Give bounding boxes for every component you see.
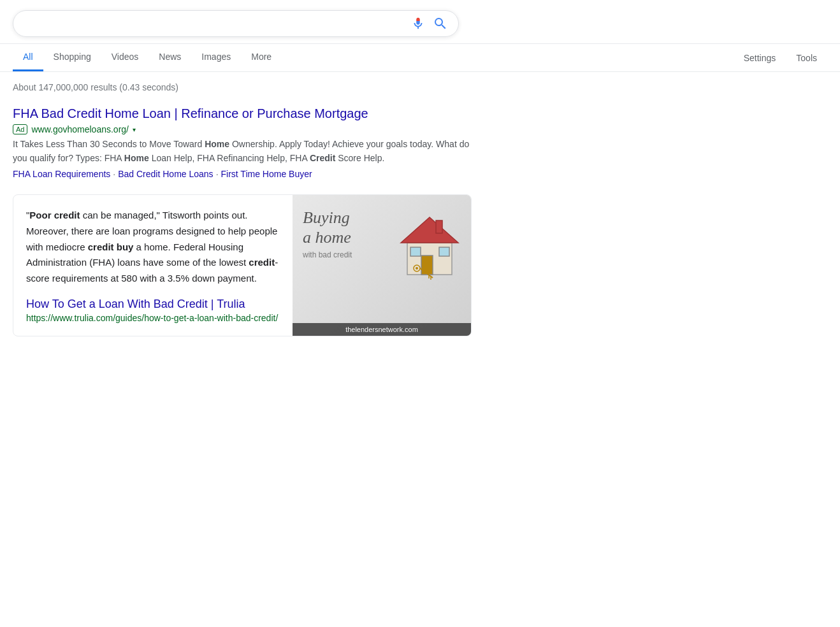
sitelink-sep-1: ·: [113, 169, 115, 179]
search-icons: [411, 16, 448, 31]
svg-point-7: [416, 267, 418, 270]
settings-link[interactable]: Settings: [734, 45, 786, 71]
snippet-text: "Poor credit can be managed," Titsworth …: [26, 208, 280, 287]
ad-url-row: Ad www.govhomeloans.org/ ▾: [13, 124, 472, 134]
snippet-result-url: https://www.trulia.com/guides/how-to-get…: [26, 313, 278, 323]
ad-description: It Takes Less Than 30 Seconds to Move To…: [13, 137, 472, 165]
nav-tabs: All Shopping Videos News Images More Set…: [0, 44, 840, 72]
microphone-icon[interactable]: [411, 17, 425, 31]
tab-news[interactable]: News: [148, 44, 191, 71]
ad-dropdown-icon[interactable]: ▾: [133, 126, 136, 133]
sitelink-sep-2: ·: [216, 169, 219, 179]
svg-marker-1: [401, 217, 458, 243]
sitelink-fha-loan[interactable]: FHA Loan Requirements: [13, 169, 110, 179]
ad-sitelinks: FHA Loan Requirements · Bad Credit Home …: [13, 169, 472, 179]
buying-title: Buying a home: [303, 208, 351, 247]
ad-badge: Ad: [13, 124, 27, 134]
svg-rect-2: [421, 256, 433, 275]
tab-videos[interactable]: Videos: [101, 44, 149, 71]
ad-result: FHA Bad Credit Home Loan | Refinance or …: [13, 105, 472, 179]
snippet-image: Buying a home with bad credit: [293, 195, 471, 336]
svg-rect-3: [410, 247, 421, 256]
buying-subtitle: with bad credit: [303, 250, 352, 259]
results-container: About 147,000,000 results (0.43 seconds)…: [0, 72, 484, 364]
tools-link[interactable]: Tools: [786, 45, 827, 71]
ad-title[interactable]: FHA Bad Credit Home Loan | Refinance or …: [13, 105, 472, 122]
search-bar: buying a house with bad credit: [13, 10, 459, 37]
image-source-bar: thelendersnetwork.com: [293, 323, 471, 336]
sitelink-first-time[interactable]: First Time Home Buyer: [221, 169, 312, 179]
image-placeholder: Buying a home with bad credit: [293, 195, 471, 336]
info-card-content: "Poor credit can be managed," Titsworth …: [13, 195, 293, 336]
info-card: "Poor credit can be managed," Titsworth …: [13, 194, 472, 336]
ad-url: www.govhomeloans.org/: [31, 124, 129, 134]
sitelink-bad-credit[interactable]: Bad Credit Home Loans: [118, 169, 213, 179]
snippet-result-title[interactable]: How To Get a Loan With Bad Credit | Trul…: [26, 297, 280, 312]
tab-all[interactable]: All: [13, 44, 43, 71]
search-icon[interactable]: [433, 16, 448, 31]
search-input[interactable]: buying a house with bad credit: [24, 17, 411, 31]
svg-rect-5: [436, 220, 442, 233]
tab-more[interactable]: More: [241, 44, 282, 71]
tab-images[interactable]: Images: [191, 44, 241, 71]
svg-rect-4: [439, 247, 449, 256]
tab-shopping[interactable]: Shopping: [43, 44, 101, 71]
house-illustration: [395, 208, 465, 286]
search-bar-container: buying a house with bad credit: [0, 0, 840, 44]
results-stats: About 147,000,000 results (0.43 seconds): [13, 80, 472, 92]
